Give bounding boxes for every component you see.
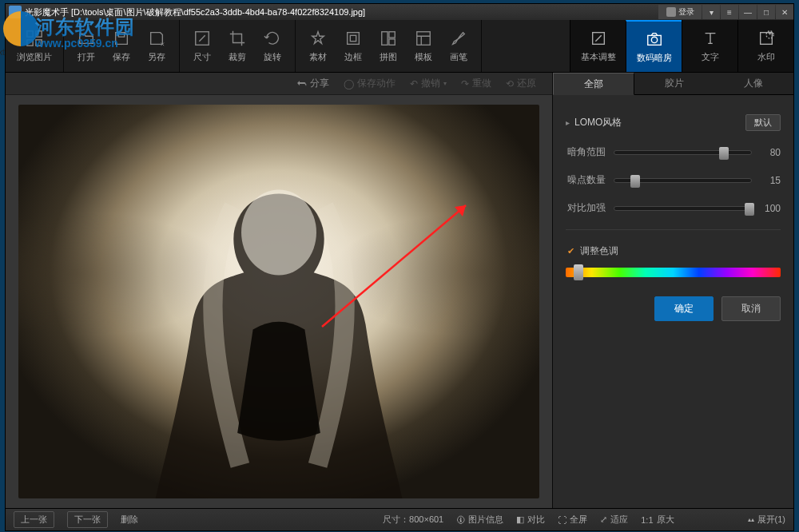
divider <box>566 229 781 230</box>
open-button[interactable]: 打开 <box>69 23 104 69</box>
redo-icon: ↷ <box>461 78 469 89</box>
delete-button[interactable]: 删除 <box>121 514 138 526</box>
rotate-button[interactable]: 旋转 <box>255 23 290 69</box>
contrast-slider[interactable] <box>614 206 752 211</box>
hue-thumb[interactable] <box>574 264 583 280</box>
checkbox-checked-icon[interactable]: ✔ <box>566 247 575 256</box>
size-label: 尺寸 <box>193 51 211 63</box>
template-label: 模板 <box>415 51 432 63</box>
template-button[interactable]: 模板 <box>406 23 441 69</box>
watermark-label: 水印 <box>757 51 775 63</box>
svg-rect-1 <box>36 31 42 37</box>
confirm-button[interactable]: 确定 <box>654 296 714 321</box>
brush-button[interactable]: 画笔 <box>441 23 476 69</box>
effect-header[interactable]: ▸ LOMO风格 默认 <box>566 114 781 131</box>
tab-film[interactable]: 胶片 <box>634 73 714 95</box>
cancel-button[interactable]: 取消 <box>721 296 781 321</box>
dropdown-button[interactable]: ▾ <box>702 5 720 19</box>
rotate-icon <box>263 29 282 48</box>
fit-icon: ⤢ <box>600 514 607 525</box>
undo-label: 撤销 <box>421 77 440 90</box>
save-action-label: 保存动作 <box>357 77 396 90</box>
side-panel: 全部 胶片 人像 ▸ LOMO风格 默认 暗角范围 80 噪点数量 <box>552 73 793 508</box>
original-size-button[interactable]: 1:1原大 <box>641 514 674 526</box>
collage-button[interactable]: 拼图 <box>371 23 406 69</box>
crop-button[interactable]: 裁剪 <box>220 23 255 69</box>
redo-button[interactable]: ↷重做 <box>461 77 491 90</box>
slider-thumb[interactable] <box>719 147 729 160</box>
minimize-button[interactable]: — <box>739 5 757 19</box>
svg-point-13 <box>651 37 657 42</box>
saveas-button[interactable]: 另存 <box>139 23 174 69</box>
tab-all[interactable]: 全部 <box>553 73 634 95</box>
prev-image-button[interactable]: 上一张 <box>14 511 54 528</box>
brush-label: 画笔 <box>450 51 467 63</box>
contrast-label: 对比加强 <box>566 201 606 215</box>
expand-label: 展开(1) <box>757 514 785 526</box>
brush-icon <box>449 29 468 48</box>
settings-button[interactable]: ≡ <box>721 5 738 19</box>
fit-label: 适应 <box>610 514 628 526</box>
border-button[interactable]: 边框 <box>336 23 371 69</box>
login-label: 登录 <box>678 6 694 18</box>
saveas-label: 另存 <box>148 51 165 63</box>
edited-image <box>18 105 539 498</box>
undo-button[interactable]: ↶撤销▾ <box>410 77 447 90</box>
window-title: 光影魔术手 [D:\tools\桌面\图片\破解教程\df55c2a3-3ddb… <box>25 6 658 18</box>
crop-label: 裁剪 <box>229 51 246 63</box>
next-image-button[interactable]: 下一张 <box>67 511 108 528</box>
orig-label: 原大 <box>657 514 674 526</box>
svg-rect-10 <box>417 32 431 46</box>
orig-icon: 1:1 <box>641 515 653 525</box>
compare-label: 对比 <box>527 514 545 526</box>
saveas-icon <box>147 29 166 48</box>
login-button[interactable]: 登录 <box>658 5 702 19</box>
compare-button[interactable]: ◧对比 <box>516 514 545 526</box>
template-icon <box>414 29 433 48</box>
border-label: 边框 <box>344 51 362 63</box>
hue-label: 调整色调 <box>580 244 618 258</box>
maximize-button[interactable]: □ <box>757 5 775 19</box>
darkroom-tab[interactable]: 数码暗房 <box>626 20 682 72</box>
svg-rect-3 <box>36 40 42 46</box>
chevron-up-icon: ▴▴ <box>748 516 754 523</box>
text-tab[interactable]: 文字 <box>682 20 737 72</box>
noise-value: 15 <box>760 175 781 186</box>
darkroom-label: 数码暗房 <box>637 52 672 64</box>
watermark-tab[interactable]: 水印 <box>737 20 793 72</box>
image-size-label: 尺寸：800×601 <box>383 514 443 526</box>
expand-button[interactable]: ▴▴展开(1) <box>748 514 785 526</box>
svg-rect-2 <box>27 40 33 46</box>
slider-thumb[interactable] <box>630 175 640 188</box>
save-action-button[interactable]: ◯保存动作 <box>344 77 396 90</box>
vignette-slider[interactable] <box>614 150 752 155</box>
view-images-button[interactable]: 浏览图片 <box>10 23 58 69</box>
basic-adjust-tab[interactable]: 基本调整 <box>570 20 626 72</box>
default-button[interactable]: 默认 <box>745 114 781 131</box>
save-button[interactable]: 保存 <box>104 23 139 69</box>
statusbar: 上一张 下一张 删除 尺寸：800×601 🛈图片信息 ◧对比 ⛶全屏 ⤢适应 … <box>6 508 793 530</box>
action-buttons: 确定 取消 <box>566 296 781 321</box>
right-tool-tabs: 基本调整 数码暗房 文字 水印 <box>570 20 793 72</box>
share-button[interactable]: ⮪分享 <box>297 77 329 90</box>
image-canvas[interactable] <box>6 95 552 508</box>
undo-icon: ↶ <box>410 78 418 89</box>
fullscreen-button[interactable]: ⛶全屏 <box>558 514 587 526</box>
user-icon <box>666 7 676 17</box>
hue-checkbox-row[interactable]: ✔ 调整色调 <box>566 244 781 258</box>
slider-thumb[interactable] <box>745 203 754 216</box>
tab-portrait[interactable]: 人像 <box>714 73 793 95</box>
restore-button[interactable]: ⟲还原 <box>506 77 536 90</box>
fit-button[interactable]: ⤢适应 <box>600 514 628 526</box>
slider-vignette: 暗角范围 80 <box>566 145 781 159</box>
info-label: 图片信息 <box>468 514 503 526</box>
hue-slider[interactable] <box>566 268 781 277</box>
material-button[interactable]: 素材 <box>300 23 336 69</box>
image-info-button[interactable]: 🛈图片信息 <box>456 514 503 526</box>
noise-slider[interactable] <box>614 178 752 183</box>
size-button[interactable]: 尺寸 <box>185 23 220 69</box>
close-button[interactable]: ✕ <box>776 5 793 19</box>
canvas-subbar: ⮪分享 ◯保存动作 ↶撤销▾ ↷重做 ⟲还原 <box>6 73 552 95</box>
vignette-value: 80 <box>760 147 781 158</box>
grid-icon <box>25 29 44 48</box>
